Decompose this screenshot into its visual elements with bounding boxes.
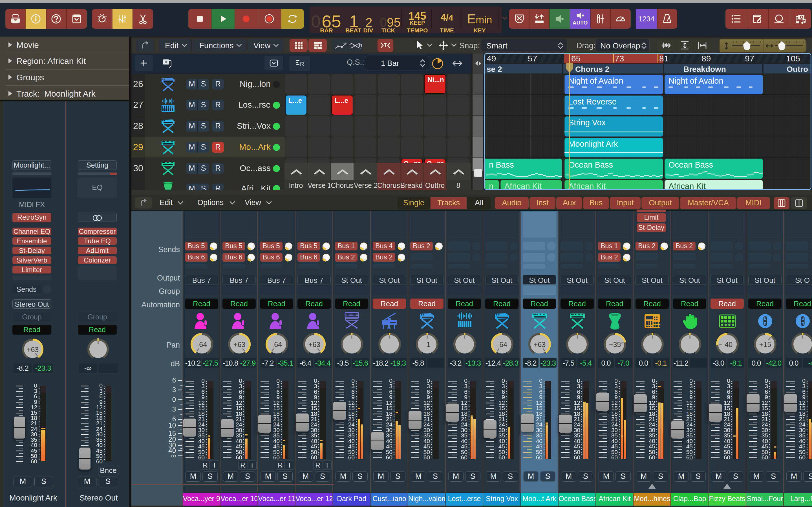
- svg-text:R: R: [300, 61, 304, 67]
